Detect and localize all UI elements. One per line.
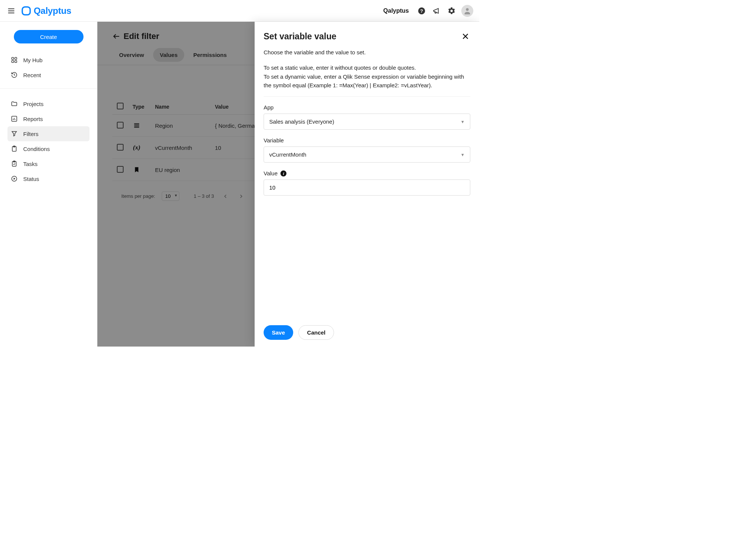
sidebar-item-status[interactable]: Status (7, 171, 89, 186)
value-input-wrap (264, 179, 470, 196)
topbar: Qalyptus Qalyptus ? (0, 0, 479, 22)
value-label-text: Value (264, 170, 277, 176)
svg-rect-9 (12, 61, 13, 63)
sidebar-item-reports[interactable]: Reports (7, 111, 89, 126)
status-icon (10, 175, 18, 182)
svg-marker-20 (14, 178, 16, 180)
sidebar-item-filters[interactable]: Filters (7, 126, 89, 141)
app-select[interactable]: Sales analysis (Everyone) ▼ (264, 114, 470, 130)
side-panel: Set variable value Choose the variable a… (255, 22, 479, 347)
sidebar-item-label: Projects (23, 101, 43, 107)
folder-icon (10, 100, 18, 108)
svg-text:?: ? (420, 8, 423, 13)
panel-divider (264, 96, 470, 97)
brand-logo[interactable]: Qalyptus (21, 6, 71, 16)
svg-rect-8 (15, 57, 17, 59)
panel-footer: Save Cancel (255, 318, 479, 347)
brand-name: Qalyptus (34, 6, 71, 16)
org-name: Qalyptus (383, 7, 409, 14)
sidebar-item-label: Tasks (23, 161, 37, 167)
sidebar-item-conditions[interactable]: Conditions (7, 141, 89, 156)
announcements-button[interactable] (431, 6, 442, 16)
sidebar-item-label: Recent (23, 72, 41, 78)
chevron-down-icon: ▼ (461, 152, 465, 157)
save-button[interactable]: Save (264, 325, 293, 340)
sidebar-item-label: Status (23, 176, 39, 182)
sidebar-item-label: Conditions (23, 146, 50, 152)
panel-desc-3: To set a dynamic value, enter a Qlik Sen… (264, 73, 470, 90)
user-icon (463, 7, 471, 15)
sidebar-item-tasks[interactable]: Tasks (7, 156, 89, 171)
variable-select[interactable]: vCurrentMonth ▼ (264, 146, 470, 163)
sidebar-divider (0, 88, 97, 89)
svg-rect-3 (22, 7, 30, 15)
panel-title: Set variable value (264, 31, 336, 42)
cancel-button[interactable]: Cancel (298, 325, 334, 340)
brand-mark-icon (21, 6, 31, 16)
menu-toggle[interactable] (6, 6, 16, 16)
variable-label: Variable (264, 137, 470, 143)
filter-icon (10, 130, 18, 137)
sidebar-item-projects[interactable]: Projects (7, 96, 89, 111)
sidebar-item-my-hub[interactable]: My Hub (7, 52, 89, 67)
help-button[interactable]: ? (416, 6, 427, 16)
hub-icon (10, 56, 18, 64)
task-icon (10, 160, 18, 167)
svg-rect-7 (12, 57, 13, 59)
value-input[interactable] (269, 184, 465, 191)
sidebar-item-label: Reports (23, 116, 43, 122)
svg-rect-10 (15, 61, 17, 63)
chevron-down-icon: ▼ (461, 120, 465, 124)
recent-icon (10, 71, 18, 79)
value-label: Value i (264, 170, 470, 176)
gear-icon (447, 7, 456, 15)
info-icon[interactable]: i (280, 170, 286, 176)
close-icon (461, 32, 470, 40)
clipboard-icon (10, 145, 18, 152)
megaphone-icon (432, 7, 441, 15)
variable-select-value: vCurrentMonth (269, 151, 306, 158)
avatar[interactable] (461, 5, 473, 17)
sidebar-item-label: Filters (23, 131, 39, 137)
sidebar-item-label: My Hub (23, 57, 43, 63)
panel-close-button[interactable] (461, 31, 470, 41)
app-label: App (264, 104, 470, 111)
chart-icon (10, 115, 18, 123)
panel-desc-1: Choose the variable and the value to set… (264, 48, 470, 57)
sidebar-item-recent[interactable]: Recent (7, 67, 89, 82)
settings-button[interactable] (446, 6, 457, 16)
create-button[interactable]: Create (14, 30, 84, 43)
app-select-value: Sales analysis (Everyone) (269, 118, 334, 125)
panel-desc-2: To set a static value, enter it without … (264, 64, 470, 72)
hamburger-icon (7, 7, 15, 15)
sidebar: Create My Hub Recent Projects (0, 22, 97, 347)
help-icon: ? (418, 7, 426, 15)
svg-point-6 (466, 8, 468, 10)
